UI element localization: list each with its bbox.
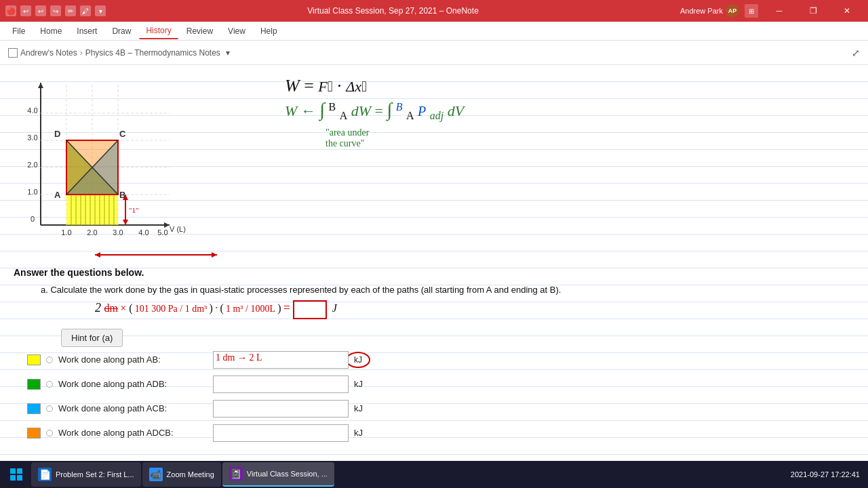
svg-text:0: 0	[31, 215, 35, 223]
main-area: 0 1.0 2.0 3.0 4.0 1.0 2.0 3.0 4.0 5.0 V …	[0, 65, 868, 461]
work-rows: Work done along path AB: 1 dm → 2 L kJ W…	[14, 351, 854, 442]
work-row-ab: Work done along path AB: 1 dm → 2 L kJ	[14, 351, 854, 369]
svg-text:2.0: 2.0	[87, 228, 97, 237]
bullet-acb	[46, 405, 53, 412]
taskbar-icon-zoom: 📹	[149, 468, 163, 481]
user-info: Andrew Park AP	[680, 4, 739, 18]
taskbar-datetime: 2021-09-27 17:22:41	[791, 470, 860, 479]
tab-insert[interactable]: Insert	[70, 24, 104, 39]
svg-text:D: D	[54, 129, 60, 139]
nav-expand-icon[interactable]: ▾	[226, 48, 230, 58]
quick-access-more[interactable]: ▾	[95, 5, 106, 16]
svg-marker-46	[123, 220, 128, 225]
svg-text:C: C	[119, 129, 126, 139]
svg-text:2.0: 2.0	[27, 161, 37, 169]
work-row-adb: Work done along path ADB: kJ	[14, 375, 854, 393]
work-label-adcb: Work done along path ADCB:	[58, 428, 208, 438]
svg-marker-3	[38, 83, 43, 88]
taskbar-item-onenote[interactable]: 📓 Virtual Class Session, ...	[222, 462, 334, 487]
svg-text:3.0: 3.0	[113, 228, 123, 237]
user-name: Andrew Park	[680, 7, 723, 15]
start-button[interactable]	[3, 461, 30, 488]
work-input-ab[interactable]	[213, 351, 349, 369]
top-section: 0 1.0 2.0 3.0 4.0 1.0 2.0 3.0 4.0 5.0 V …	[14, 76, 854, 252]
title-bar: 🔴 ↩ ↩ ↪ ✏ 🖍 ▾ Virtual Class Session, Sep…	[0, 0, 868, 22]
color-box-adb	[27, 379, 41, 390]
taskbar-label-zoom: Zoom Meeting	[167, 470, 214, 479]
formula-w-integral: W ← ∫ B A dW = ∫ B A P adj dV	[285, 99, 464, 122]
work-label-adb: Work done along path ADB:	[58, 379, 208, 389]
taskbar-icon-onenote: 📓	[229, 467, 243, 481]
tab-history[interactable]: History	[139, 23, 178, 39]
svg-rect-54	[17, 475, 22, 481]
svg-text:A: A	[54, 190, 61, 200]
work-label-acb: Work done along path ACB:	[58, 403, 208, 413]
work-row-acb: Work done along path ACB: kJ	[14, 400, 854, 418]
minimize-button[interactable]: ─	[764, 0, 795, 22]
taskbar-label-problem-set: Problem Set 2: First L...	[56, 470, 134, 479]
tab-home[interactable]: Home	[33, 24, 68, 39]
taskbar-right: 2021-09-27 17:22:41	[791, 470, 865, 479]
bullet-ab	[46, 357, 53, 363]
notebook-icon[interactable]: ⊞	[745, 4, 758, 18]
area-under-curve-text: "area underthe curve"	[326, 127, 464, 149]
close-button[interactable]: ✕	[831, 0, 863, 22]
unit-label-adb: kJ	[354, 379, 363, 389]
svg-rect-51	[10, 468, 16, 474]
color-box-acb	[27, 403, 41, 414]
work-input-adb[interactable]	[213, 375, 349, 393]
quick-access-redo[interactable]: ↪	[50, 5, 61, 16]
formula-w-f-dx: W = F⃗ · Δx⃗	[285, 76, 464, 96]
answer-questions-label: Answer the questions below.	[14, 267, 854, 278]
svg-rect-22	[66, 195, 118, 225]
svg-rect-52	[17, 468, 22, 474]
tab-draw[interactable]: Draw	[105, 24, 138, 39]
user-avatar: AP	[726, 4, 739, 18]
windows-logo	[9, 468, 23, 481]
nav-checkbox[interactable]	[8, 48, 18, 58]
quick-access-undo[interactable]: ↩	[35, 5, 46, 16]
svg-text:4.0: 4.0	[27, 106, 37, 115]
tab-review[interactable]: Review	[180, 24, 220, 39]
color-box-adcb	[27, 428, 41, 439]
svg-text:4.0: 4.0	[138, 228, 149, 237]
svg-text:5.0: 5.0	[157, 228, 167, 237]
svg-text:"1": "1"	[129, 206, 138, 214]
quick-access-pen[interactable]: ✏	[65, 5, 76, 16]
svg-text:1.0: 1.0	[27, 188, 37, 196]
quick-access-save[interactable]: ↩	[20, 5, 31, 16]
unit-label-acb: kJ	[354, 403, 363, 413]
window-controls: ─ ❐ ✕	[764, 0, 863, 22]
work-input-adcb[interactable]	[213, 424, 349, 442]
nav-root[interactable]: Andrew's Notes	[20, 48, 77, 58]
taskbar-item-zoom[interactable]: 📹 Zoom Meeting	[142, 462, 221, 487]
nav-sep1: ›	[80, 48, 83, 58]
question-a-text: a. Calculate the work done by the gas in…	[41, 283, 854, 298]
ribbon: File Home Insert Draw History Review Vie…	[0, 22, 868, 41]
calc-area: 2 dm × ( 101 300 Pa / 1 dm³ ) · ( 1 m³ /…	[95, 300, 854, 319]
formulas-block: W = F⃗ · Δx⃗ W ← ∫ B A dW = ∫ B A	[285, 76, 464, 252]
work-input-acb[interactable]	[213, 400, 349, 418]
svg-marker-49	[95, 252, 100, 258]
onenote-icon: 🔴	[5, 5, 16, 16]
bullet-adb	[46, 381, 53, 388]
notebook-nav: Andrew's Notes › Physics 4B – Thermodyna…	[0, 41, 868, 65]
input-wrapper-ab: 1 dm → 2 L kJ	[213, 351, 349, 369]
title-right-area: Andrew Park AP ⊞ ─ ❐ ✕	[680, 0, 863, 22]
taskbar-icon-doc: 📄	[38, 468, 52, 481]
work-label-ab: Work done along path AB:	[58, 354, 208, 365]
hint-button[interactable]: Hint for (a)	[61, 329, 123, 347]
taskbar-item-problem-set[interactable]: 📄 Problem Set 2: First L...	[31, 462, 141, 487]
unit-label-adcb: kJ	[354, 428, 363, 438]
tab-view[interactable]: View	[221, 24, 252, 39]
nav-section[interactable]: Physics 4B – Thermodynamics Notes	[85, 48, 220, 58]
restore-button[interactable]: ❐	[797, 0, 829, 22]
color-box-ab	[27, 354, 41, 365]
window-title: Virtual Class Session, Sep 27, 2021 – On…	[106, 6, 680, 16]
kj-circle-ab: kJ	[346, 352, 370, 368]
tab-help[interactable]: Help	[254, 24, 284, 39]
svg-rect-53	[10, 475, 16, 481]
nav-external-icon[interactable]: ⤢	[852, 47, 860, 58]
quick-access-highlight[interactable]: 🖍	[80, 5, 91, 16]
tab-file[interactable]: File	[5, 24, 32, 39]
